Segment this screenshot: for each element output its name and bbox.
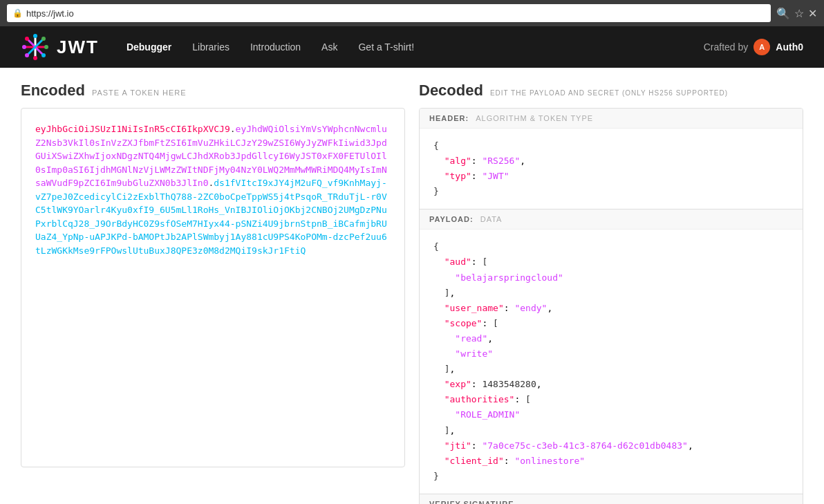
- nav-libraries[interactable]: Libraries: [192, 41, 230, 53]
- svg-point-7: [22, 45, 26, 49]
- browser-bar: 🔒 https://jwt.io 🔍 ☆ ✕: [0, 0, 824, 26]
- browser-actions: 🔍 ☆ ✕: [776, 7, 817, 20]
- navbar: JWT Debugger Libraries Introduction Ask …: [0, 26, 824, 68]
- payload-body[interactable]: { "aud": [ "belajarspringcloud" ], "user…: [420, 230, 803, 494]
- svg-point-10: [41, 53, 46, 57]
- encoded-part3: ds1fVItcI9xJY4jM2uFQ_vf9KnhMayj-vZ7peJ0Z…: [35, 178, 387, 256]
- dot1: .: [230, 124, 236, 134]
- payload-section-header: PAYLOAD: DATA: [420, 209, 803, 230]
- logo[interactable]: JWT: [21, 32, 99, 62]
- svg-point-9: [25, 37, 29, 41]
- header-section: HEADER: ALGORITHM & TOKEN TYPE { "alg": …: [420, 109, 803, 209]
- nav-debugger[interactable]: Debugger: [127, 41, 171, 53]
- auth0-icon: A: [753, 39, 770, 55]
- header-label: HEADER:: [429, 114, 469, 122]
- nav-tshirt[interactable]: Get a T-shirt!: [358, 41, 414, 53]
- secure-icon: 🔒: [12, 8, 23, 18]
- url-text: https://jwt.io: [26, 8, 74, 19]
- search-icon[interactable]: 🔍: [776, 7, 790, 20]
- verify-section: VERIFY SIGNATURE: [420, 494, 803, 504]
- auth0-text: Auth0: [776, 41, 803, 53]
- header-body[interactable]: { "alg": "RS256", "typ": "JWT" }: [420, 129, 803, 209]
- svg-point-8: [44, 45, 48, 49]
- main-content: Encoded PASTE A TOKEN HERE eyJhbGciOiJSU…: [0, 68, 824, 504]
- decoded-panel: Decoded EDIT THE PAYLOAD AND SECRET (ONL…: [419, 82, 803, 504]
- nav-introduction[interactable]: Introduction: [250, 41, 301, 53]
- crafted-label: Crafted by: [704, 41, 749, 53]
- svg-point-5: [33, 34, 37, 38]
- header-sub: ALGORITHM & TOKEN TYPE: [476, 114, 593, 122]
- bookmark-icon[interactable]: ☆: [794, 7, 804, 20]
- url-bar[interactable]: 🔒 https://jwt.io: [7, 4, 771, 22]
- decoded-title-row: Decoded EDIT THE PAYLOAD AND SECRET (ONL…: [419, 82, 803, 100]
- navbar-links: Debugger Libraries Introduction Ask Get …: [127, 41, 704, 53]
- payload-section: PAYLOAD: DATA { "aud": [ "belajarspringc…: [420, 209, 803, 494]
- logo-icon: [21, 32, 50, 62]
- payload-label: PAYLOAD:: [429, 215, 474, 223]
- payload-sub: DATA: [480, 215, 503, 223]
- svg-point-12: [25, 53, 29, 57]
- encoded-subtitle: PASTE A TOKEN HERE: [92, 88, 187, 97]
- encoded-panel: Encoded PASTE A TOKEN HERE eyJhbGciOiJSU…: [21, 82, 405, 504]
- crafted-by: Crafted by A Auth0: [704, 39, 803, 55]
- verify-label: VERIFY SIGNATURE: [429, 500, 514, 504]
- encoded-part1: eyJhbGciOiJSUzI1NiIsInR5cCI6IkpXVCJ9: [35, 124, 230, 134]
- svg-point-11: [41, 37, 46, 41]
- header-section-header: HEADER: ALGORITHM & TOKEN TYPE: [420, 109, 803, 129]
- encoded-title: Encoded: [21, 82, 85, 100]
- encoded-box[interactable]: eyJhbGciOiJSUzI1NiIsInR5cCI6IkpXVCJ9.eyJ…: [21, 108, 405, 467]
- logo-text: JWT: [57, 37, 99, 58]
- decoded-box: HEADER: ALGORITHM & TOKEN TYPE { "alg": …: [419, 108, 803, 504]
- nav-ask[interactable]: Ask: [321, 41, 337, 53]
- decoded-title: Decoded: [419, 82, 483, 100]
- svg-point-6: [33, 56, 37, 60]
- verify-section-header: VERIFY SIGNATURE: [420, 494, 803, 504]
- encoded-title-row: Encoded PASTE A TOKEN HERE: [21, 82, 405, 100]
- close-icon[interactable]: ✕: [808, 7, 817, 20]
- decoded-subtitle: EDIT THE PAYLOAD AND SECRET (ONLY HS256 …: [490, 89, 728, 97]
